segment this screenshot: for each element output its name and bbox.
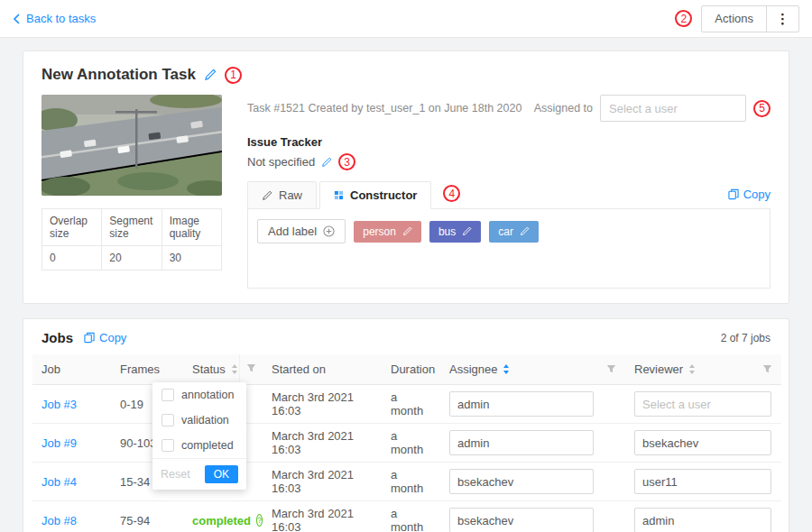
status-filter-icon[interactable] (246, 363, 256, 373)
task-card: New Annotation Task 1 (23, 50, 789, 304)
assignee-input[interactable] (449, 469, 594, 494)
filter-option-completed[interactable]: completed (152, 433, 246, 458)
back-to-tasks-link[interactable]: Back to tasks (13, 12, 96, 25)
task-title-row: New Annotation Task 1 (42, 66, 770, 84)
frames-cell: 75-94 (111, 501, 183, 532)
actions-button[interactable]: Actions ⋮ (701, 5, 799, 32)
add-label-text: Add label (268, 225, 317, 238)
labels-tabs: Raw Constructor 4 (247, 181, 770, 209)
back-label: Back to tasks (26, 12, 96, 25)
annotation-badge-3: 3 (338, 153, 355, 170)
label-bus-name: bus (438, 225, 456, 238)
annotation-badge-2: 2 (675, 10, 692, 27)
copy-icon (84, 332, 95, 344)
issue-tracker-block: Issue Tracker Not specified 3 (247, 135, 770, 170)
pencil-icon (262, 190, 272, 201)
param-header-segment: Segment size (102, 209, 161, 246)
task-body: Overlap size Segment size Image quality … (42, 95, 770, 289)
column-duration: Duration (382, 354, 440, 385)
assignee-input[interactable] (449, 391, 594, 417)
column-reviewer[interactable]: Reviewer (625, 354, 781, 385)
started-cell: March 3rd 2021 16:03 (263, 501, 382, 532)
filter-option-annotation[interactable]: annotation (152, 382, 246, 408)
job-row: Job #9 90-103 March 3rd 2021 16:03 a mon… (32, 424, 781, 463)
column-status[interactable]: Status (183, 354, 239, 385)
edit-label-car-icon[interactable] (520, 226, 530, 236)
column-assignee[interactable]: Assignee (440, 354, 625, 385)
copy-labels-link[interactable]: Copy (728, 188, 770, 208)
filter-footer: Reset OK (152, 458, 246, 490)
annotation-badge-4: 4 (443, 185, 460, 202)
issue-tracker-value-row: Not specified 3 (247, 153, 770, 170)
duration-cell: a month (382, 424, 440, 463)
column-assignee-label: Assignee (449, 362, 497, 376)
column-job: Job (32, 354, 111, 385)
task-preview-image (42, 95, 222, 196)
job-row: Job #8 75-94 completed ? March 3rd 2021 … (32, 501, 781, 532)
jobs-table: Job Frames Status (32, 354, 781, 532)
reviewer-filter-icon[interactable] (762, 364, 772, 374)
task-meta-text: Task #1521 Created by test_user_1 on Jun… (247, 102, 521, 115)
column-reviewer-label: Reviewer (634, 362, 683, 376)
reviewer-input[interactable] (634, 469, 771, 494)
param-header-overlap: Overlap size (42, 209, 102, 246)
tab-raw-label: Raw (279, 188, 302, 202)
assignee-select[interactable] (600, 95, 746, 122)
question-circle-icon[interactable]: ? (256, 514, 263, 527)
filter-option-annotation-label: annotation (181, 389, 234, 401)
assignee-sort-icon[interactable] (503, 364, 509, 374)
jobs-card: Jobs Copy 2 of 7 jobs Job Fram (23, 318, 789, 532)
label-chip-bus[interactable]: bus (429, 221, 481, 243)
edit-issue-tracker-icon[interactable] (321, 157, 332, 168)
checkbox-validation[interactable] (161, 414, 174, 427)
task-left-column: Overlap size Segment size Image quality … (42, 95, 222, 289)
tab-raw[interactable]: Raw (247, 181, 317, 209)
started-cell: March 3rd 2021 16:03 (263, 463, 382, 501)
assignee-input[interactable] (449, 430, 594, 455)
status-sort-icon[interactable] (232, 364, 237, 374)
duration-cell: a month (382, 385, 440, 424)
reviewer-sort-icon[interactable] (689, 364, 695, 374)
content: New Annotation Task 1 (0, 38, 812, 532)
reviewer-input[interactable] (634, 508, 771, 532)
copy-jobs-link[interactable]: Copy (84, 331, 126, 344)
label-chip-car[interactable]: car (489, 221, 539, 243)
status-completed-text: completed (192, 514, 251, 527)
column-status-label: Status (192, 362, 226, 376)
param-value-overlap: 0 (42, 246, 102, 271)
reviewer-input[interactable] (634, 430, 771, 455)
add-label-button[interactable]: Add label (257, 219, 346, 243)
copy-icon (728, 188, 739, 200)
annotation-badge-1: 1 (225, 67, 242, 84)
issue-tracker-title: Issue Tracker (247, 135, 770, 149)
edit-label-bus-icon[interactable] (462, 226, 472, 236)
reviewer-input[interactable] (634, 391, 771, 417)
jobs-title: Jobs (42, 330, 73, 345)
param-value-segment: 20 (102, 246, 161, 271)
assignee-input[interactable] (449, 508, 594, 532)
label-chip-person[interactable]: person (354, 221, 421, 243)
edit-label-person-icon[interactable] (402, 226, 412, 236)
actions-label[interactable]: Actions (702, 6, 767, 32)
task-meta-row: Task #1521 Created by test_user_1 on Jun… (247, 95, 770, 122)
job-link[interactable]: Job #4 (42, 475, 77, 489)
job-row: Job #4 15-34 March 3rd 2021 16:03 a mont… (32, 463, 781, 501)
filter-reset-button[interactable]: Reset (161, 468, 190, 481)
checkbox-completed[interactable] (161, 439, 174, 452)
job-link[interactable]: Job #8 (42, 514, 77, 527)
tab-constructor[interactable]: Constructor (319, 181, 431, 209)
edit-title-icon[interactable] (204, 69, 217, 81)
job-link[interactable]: Job #3 (42, 398, 77, 411)
filter-option-validation[interactable]: validation (152, 408, 246, 433)
filter-ok-button[interactable]: OK (205, 465, 238, 483)
assignee-filter-icon[interactable] (606, 364, 616, 374)
duration-cell: a month (382, 463, 440, 501)
tab-constructor-label: Constructor (350, 188, 417, 202)
task-params-table: Overlap size Segment size Image quality … (42, 208, 222, 271)
checkbox-annotation[interactable] (161, 389, 174, 401)
more-menu-icon[interactable]: ⋮ (767, 11, 798, 27)
column-frames: Frames (111, 354, 183, 385)
status-filter-cell[interactable] (239, 354, 263, 385)
filter-option-validation-label: validation (181, 414, 229, 427)
job-link[interactable]: Job #9 (42, 436, 77, 450)
